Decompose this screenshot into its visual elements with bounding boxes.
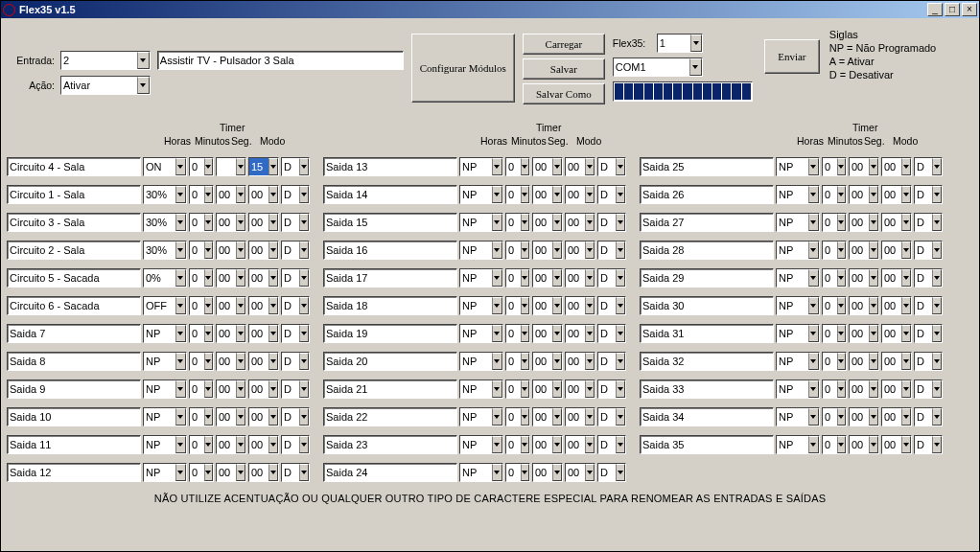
chevron-down-icon[interactable] — [616, 242, 625, 259]
seconds-select[interactable] — [248, 241, 279, 260]
chevron-down-icon[interactable] — [236, 214, 245, 231]
chevron-down-icon[interactable] — [299, 353, 309, 370]
chevron-down-icon[interactable] — [552, 269, 562, 287]
chevron-down-icon[interactable] — [299, 325, 309, 342]
chevron-down-icon[interactable] — [837, 269, 846, 287]
chevron-down-icon[interactable] — [204, 464, 213, 481]
hours-select[interactable] — [822, 435, 847, 454]
seconds-select[interactable] — [565, 380, 595, 399]
chevron-down-icon[interactable] — [901, 408, 911, 426]
seconds-select[interactable] — [881, 352, 912, 371]
chevron-down-icon[interactable] — [236, 464, 245, 481]
seconds-select[interactable] — [565, 352, 595, 371]
output-name-input[interactable] — [323, 407, 457, 426]
state-select[interactable] — [459, 352, 503, 371]
hours-select[interactable] — [189, 268, 214, 288]
chevron-down-icon[interactable] — [492, 325, 502, 342]
hours-select[interactable] — [189, 380, 214, 399]
chevron-down-icon[interactable] — [268, 436, 278, 453]
mode-select[interactable] — [281, 407, 310, 426]
seconds-select[interactable] — [248, 435, 279, 454]
chevron-down-icon[interactable] — [837, 242, 846, 259]
hours-select[interactable] — [822, 407, 847, 426]
chevron-down-icon[interactable] — [521, 186, 529, 203]
state-select[interactable] — [143, 380, 187, 399]
chevron-down-icon[interactable] — [204, 158, 213, 175]
chevron-down-icon[interactable] — [869, 158, 878, 175]
chevron-down-icon[interactable] — [585, 186, 595, 203]
chevron-down-icon[interactable] — [901, 158, 911, 175]
chevron-down-icon[interactable] — [268, 380, 278, 398]
salvar-button[interactable]: Salvar — [523, 58, 605, 80]
mode-select[interactable] — [914, 268, 943, 288]
minutes-select[interactable] — [849, 435, 879, 454]
configurar-modulos-button[interactable]: Configurar Módulos — [411, 34, 515, 103]
chevron-down-icon[interactable] — [204, 297, 213, 314]
chevron-down-icon[interactable] — [616, 186, 625, 203]
com-select[interactable] — [613, 58, 703, 77]
hours-select[interactable] — [822, 268, 847, 288]
mode-select[interactable] — [914, 352, 943, 371]
output-name-input[interactable] — [7, 407, 141, 426]
chevron-down-icon[interactable] — [869, 353, 878, 370]
chevron-down-icon[interactable] — [585, 214, 595, 231]
chevron-down-icon[interactable] — [808, 408, 819, 426]
chevron-down-icon[interactable] — [137, 52, 150, 69]
hours-select[interactable] — [822, 324, 847, 343]
chevron-down-icon[interactable] — [268, 408, 278, 426]
chevron-down-icon[interactable] — [616, 214, 625, 231]
hours-select[interactable] — [822, 185, 847, 204]
chevron-down-icon[interactable] — [268, 353, 278, 370]
entrada-desc-input[interactable] — [157, 51, 404, 70]
mode-select[interactable] — [914, 435, 943, 454]
chevron-down-icon[interactable] — [268, 158, 278, 175]
output-name-input[interactable] — [640, 213, 774, 232]
flex35-select[interactable] — [657, 34, 703, 53]
chevron-down-icon[interactable] — [616, 380, 625, 398]
mode-select[interactable] — [914, 324, 943, 343]
state-select[interactable] — [776, 435, 820, 454]
output-name-input[interactable] — [640, 407, 774, 426]
chevron-down-icon[interactable] — [932, 269, 942, 287]
hours-select[interactable] — [189, 435, 214, 454]
seconds-select[interactable] — [248, 324, 279, 343]
chevron-down-icon[interactable] — [492, 158, 502, 175]
chevron-down-icon[interactable] — [932, 325, 942, 342]
chevron-down-icon[interactable] — [901, 242, 911, 259]
mode-select[interactable] — [597, 213, 626, 232]
chevron-down-icon[interactable] — [521, 269, 529, 287]
chevron-down-icon[interactable] — [236, 158, 245, 175]
minutes-select[interactable] — [216, 296, 246, 315]
seconds-select[interactable] — [248, 213, 279, 232]
minutes-select[interactable] — [849, 352, 879, 371]
mode-select[interactable] — [597, 407, 626, 426]
minutes-select[interactable] — [532, 157, 563, 176]
chevron-down-icon[interactable] — [492, 242, 502, 259]
chevron-down-icon[interactable] — [932, 353, 942, 370]
chevron-down-icon[interactable] — [616, 297, 625, 314]
chevron-down-icon[interactable] — [837, 408, 846, 426]
seconds-select[interactable] — [565, 435, 595, 454]
chevron-down-icon[interactable] — [616, 408, 625, 426]
hours-select[interactable] — [505, 352, 530, 371]
chevron-down-icon[interactable] — [492, 408, 502, 426]
state-select[interactable] — [143, 185, 187, 204]
mode-select[interactable] — [597, 352, 626, 371]
state-select[interactable] — [776, 380, 820, 399]
chevron-down-icon[interactable] — [808, 269, 819, 287]
hours-select[interactable] — [822, 296, 847, 315]
seconds-select[interactable] — [565, 157, 595, 176]
chevron-down-icon[interactable] — [175, 186, 186, 203]
seconds-select[interactable] — [248, 296, 279, 315]
chevron-down-icon[interactable] — [552, 242, 562, 259]
chevron-down-icon[interactable] — [585, 325, 595, 342]
hours-select[interactable] — [822, 352, 847, 371]
minutes-select[interactable] — [216, 380, 246, 399]
chevron-down-icon[interactable] — [175, 380, 186, 398]
chevron-down-icon[interactable] — [204, 408, 213, 426]
chevron-down-icon[interactable] — [299, 408, 309, 426]
seconds-select[interactable] — [248, 463, 279, 482]
chevron-down-icon[interactable] — [901, 325, 911, 342]
mode-select[interactable] — [597, 157, 626, 176]
chevron-down-icon[interactable] — [690, 34, 701, 52]
